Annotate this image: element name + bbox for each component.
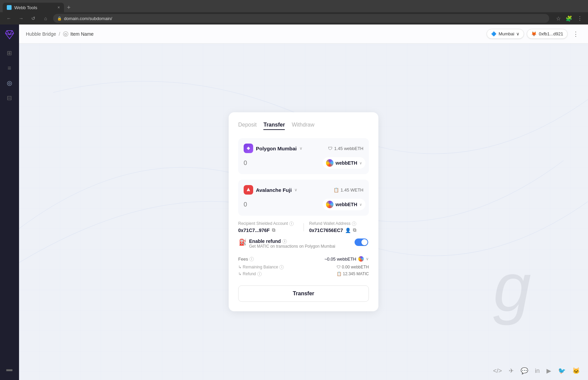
tab-withdraw[interactable]: Withdraw — [292, 122, 314, 130]
main-area: g Hubble Bridge / ○ Item Name 🔷 Mumbai ∨… — [19, 24, 588, 380]
logo-icon — [4, 29, 15, 40]
menu-btn[interactable]: ⋮ — [576, 14, 584, 23]
breadcrumb: Hubble Bridge / ○ Item Name — [26, 31, 94, 37]
back-btn[interactable]: ← — [4, 14, 14, 23]
app-header: Hubble Bridge / ○ Item Name 🔷 Mumbai ∨ 🦊… — [19, 24, 588, 44]
source-chain-chevron-icon: ∨ — [299, 146, 303, 151]
breadcrumb-current: ○ Item Name — [63, 31, 94, 37]
footer-discord-icon[interactable]: 💬 — [521, 367, 528, 375]
refresh-btn[interactable]: ↺ — [29, 14, 38, 23]
sidebar-item-layout[interactable]: ⊟ — [3, 91, 16, 105]
browser-tab-active[interactable]: Webb Tools × — [3, 3, 64, 12]
circle-icon: ◎ — [7, 79, 12, 87]
enable-refund-section: ⛽ Enable refund i Get MATIC on transacti… — [238, 238, 369, 249]
fees-expand-btn[interactable]: ∨ — [366, 257, 369, 261]
remaining-balance-row: ↳ Remaining Balance i 🛡 0.00 webbETH — [238, 264, 369, 270]
fees-label: Fees i — [238, 257, 254, 262]
footer-telegram-icon[interactable]: ✈ — [509, 367, 514, 375]
recipient-label-text: Recipient Shielded Account — [238, 221, 288, 226]
sidebar: ⊞ ≡ ◎ ⊟ ▬ — [0, 24, 19, 380]
refund-wallet-label-text: Refund Wallet Address — [309, 221, 351, 226]
sidebar-item-grid[interactable]: ⊞ — [3, 46, 16, 60]
fees-section: Fees i ~0.05 webbETH ∨ ↳ Remaining Balan… — [238, 254, 369, 277]
extensions-btn[interactable]: 🧩 — [564, 14, 574, 23]
dest-chain-balance: 📋 1.45 WETH — [333, 187, 363, 193]
network-badge[interactable]: 🔷 Mumbai ∨ — [487, 29, 524, 39]
refund-enable-desc: Get MATIC on transactions on Polygon Mum… — [249, 244, 335, 249]
refund-wallet-address: 0x71C7656EC7 — [309, 228, 343, 233]
recipient-address: 0x71C7...976F — [238, 228, 270, 233]
app-container: ⊞ ≡ ◎ ⊟ ▬ — [0, 24, 588, 380]
dest-amount-row: webbETH ∨ — [244, 199, 363, 210]
home-btn[interactable]: ⌂ — [41, 14, 50, 23]
header-right: 🔷 Mumbai ∨ 🦊 0xfb1...d921 ⋮ — [487, 29, 581, 39]
recipient-value: 0x71C7...976F ⧉ — [238, 227, 298, 233]
refund-wallet-user-icon: 👤 — [345, 228, 351, 233]
sidebar-logo — [3, 29, 16, 41]
browser-controls: ← → ↺ ⌂ 🔒 domain.com/subdomain/ ☆ 🧩 ⋮ — [0, 12, 588, 24]
dest-amount-input[interactable] — [244, 201, 323, 208]
footer-linkedin-icon[interactable]: in — [535, 367, 540, 375]
bookmark-btn[interactable]: ☆ — [555, 14, 562, 23]
tab-title: Webb Tools — [14, 5, 37, 10]
dest-chain-section: Avalanche Fuji ∨ 📋 1.45 WETH webbETH — [238, 180, 369, 216]
layout-icon: ⊟ — [7, 94, 12, 102]
source-chain-selector[interactable]: Polygon Mumbai ∨ — [244, 144, 303, 153]
toggle-thumb — [361, 239, 368, 245]
footer-github-icon[interactable]: 🐱 — [572, 367, 580, 375]
sidebar-item-console[interactable]: ▬ — [3, 362, 16, 376]
avalanche-icon — [245, 187, 251, 193]
refund-wallet-copy-btn[interactable]: ⧉ — [353, 227, 356, 233]
lock-icon: 🔒 — [57, 16, 62, 21]
forward-btn[interactable]: → — [16, 14, 26, 23]
console-icon: ▬ — [6, 366, 13, 373]
enable-refund-toggle[interactable] — [355, 238, 368, 246]
sidebar-item-circle[interactable]: ◎ — [3, 76, 16, 90]
enable-refund-info-icon: i — [282, 239, 287, 244]
dest-chain-header: Avalanche Fuji ∨ 📋 1.45 WETH — [244, 185, 363, 195]
transfer-button[interactable]: Transfer — [238, 285, 369, 302]
polygon-icon — [245, 145, 251, 151]
source-token-icon — [326, 159, 333, 167]
tab-deposit[interactable]: Deposit — [238, 122, 257, 130]
tab-close-btn[interactable]: × — [58, 5, 60, 10]
breadcrumb-separator: / — [59, 31, 60, 37]
vertical-divider — [304, 223, 304, 231]
browser-actions: ☆ 🧩 ⋮ — [555, 14, 584, 23]
network-chevron-icon: ∨ — [516, 31, 520, 36]
refund-label: ↳ Refund i — [238, 271, 262, 276]
polygon-chain-icon — [244, 144, 253, 153]
recipient-field: Recipient Shielded Account i 0x71C7...97… — [238, 221, 298, 233]
tab-favicon — [7, 5, 12, 10]
breadcrumb-root[interactable]: Hubble Bridge — [26, 31, 56, 37]
dest-balance-value: 1.45 WETH — [341, 187, 363, 193]
sidebar-item-list[interactable]: ≡ — [3, 61, 16, 75]
source-balance-value: 1.45 webbETH — [334, 146, 363, 151]
dest-token-selector[interactable]: webbETH ∨ — [323, 199, 365, 210]
source-chain-name: Polygon Mumbai — [256, 146, 297, 151]
footer-twitter-icon[interactable]: 🐦 — [558, 367, 566, 375]
remaining-balance-value: 🛡 0.00 webbETH — [337, 265, 369, 269]
source-token-selector[interactable]: webbETH ∨ — [323, 157, 365, 169]
recipient-info-icon: i — [289, 221, 294, 226]
tab-transfer[interactable]: Transfer — [263, 122, 285, 130]
refund-label-info-icon: i — [257, 272, 262, 276]
refund-enable-label: Enable refund i — [249, 238, 335, 244]
footer-code-icon[interactable]: </> — [493, 367, 502, 375]
refund-value: 📋 12.345 MATIC — [337, 271, 369, 276]
dest-token-name: webbETH — [336, 202, 357, 207]
source-balance-icon: 🛡 — [328, 146, 332, 151]
recipient-copy-btn[interactable]: ⧉ — [272, 227, 275, 233]
more-options-btn[interactable]: ⋮ — [570, 29, 581, 39]
dest-chain-selector[interactable]: Avalanche Fuji ∨ — [244, 185, 297, 195]
address-bar[interactable]: 🔒 domain.com/subdomain/ — [53, 14, 549, 23]
remaining-balance-info-icon: i — [279, 265, 284, 269]
wallet-badge[interactable]: 🦊 0xfb1...d921 — [527, 29, 568, 39]
footer-youtube-icon[interactable]: ▶ — [546, 367, 551, 375]
dest-token-icon — [326, 201, 333, 208]
network-icon: 🔷 — [491, 31, 496, 36]
remaining-balance-shield-icon: 🛡 — [337, 265, 341, 269]
source-amount-input[interactable] — [244, 160, 323, 167]
new-tab-btn[interactable]: + — [64, 3, 74, 12]
dest-token-chevron-icon: ∨ — [359, 202, 362, 207]
